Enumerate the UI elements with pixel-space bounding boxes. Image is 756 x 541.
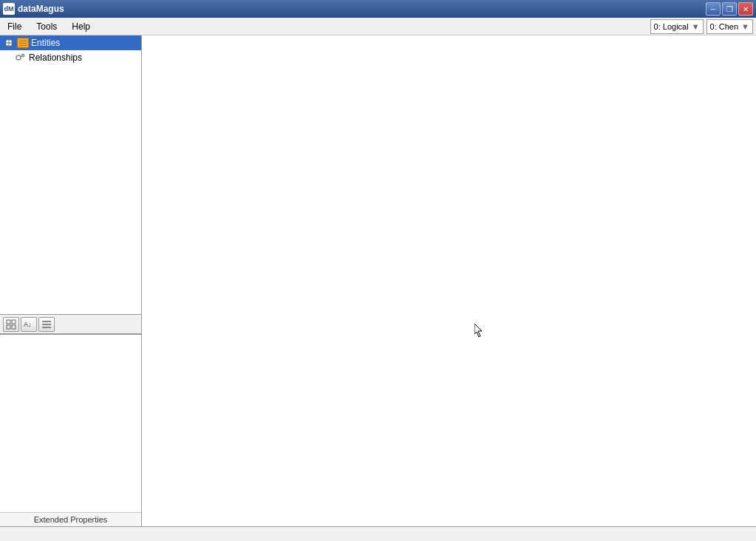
logical-label: 0: Logical: [653, 22, 690, 31]
title-text: dataMagus: [18, 4, 64, 14]
svg-point-3: [16, 55, 21, 60]
restore-button[interactable]: ❐: [722, 2, 737, 16]
minimize-button[interactable]: ─: [706, 2, 721, 16]
chen-arrow-icon: ▼: [740, 22, 751, 31]
svg-rect-8: [7, 325, 10, 329]
menu-bar: File Tools Help 0: Logical ▼ 0: Chen ▼: [0, 18, 756, 35]
relationship-icon: [15, 52, 27, 64]
tree-item-entities[interactable]: Entities: [0, 35, 141, 50]
svg-rect-9: [12, 325, 16, 329]
toolbar-btn-3[interactable]: [38, 317, 55, 332]
logical-dropdown[interactable]: 0: Logical ▼: [650, 19, 704, 34]
app-icon: dM: [3, 3, 15, 15]
toolbar-btn-1[interactable]: [3, 317, 19, 332]
relationships-label: Relationships: [29, 52, 82, 63]
properties-panel: Extended Properties: [0, 334, 141, 526]
title-bar: dM dataMagus ─ ❐ ✕: [0, 0, 756, 18]
entities-icon: [17, 38, 29, 48]
menu-tools[interactable]: Tools: [32, 20, 61, 33]
canvas-area[interactable]: [142, 35, 756, 526]
properties-label: Extended Properties: [0, 512, 141, 526]
main-layout: Entities Relationships: [0, 35, 756, 526]
chen-dropdown[interactable]: 0: Chen ▼: [706, 19, 753, 34]
tree-item-relationships[interactable]: Relationships: [0, 50, 141, 65]
svg-text:A↓: A↓: [24, 321, 32, 328]
mouse-cursor: [474, 324, 483, 337]
status-bar: [0, 526, 756, 541]
toolbar-btn-2[interactable]: A↓: [21, 317, 37, 332]
close-button[interactable]: ✕: [738, 2, 753, 16]
entities-label: Entities: [31, 38, 60, 48]
logical-arrow-icon: ▼: [690, 22, 701, 31]
title-bar-left: dM dataMagus: [3, 3, 64, 15]
menu-file[interactable]: File: [3, 20, 26, 33]
tree-panel[interactable]: Entities Relationships: [0, 35, 141, 315]
bottom-toolbar: A↓: [0, 315, 141, 334]
toolbar-right: 0: Logical ▼ 0: Chen ▼: [650, 19, 753, 34]
left-panel: Entities Relationships: [0, 35, 142, 526]
title-bar-buttons: ─ ❐ ✕: [706, 2, 753, 16]
svg-rect-6: [7, 320, 10, 324]
svg-marker-14: [474, 324, 482, 337]
expand-icon: [3, 37, 15, 49]
chen-label: 0: Chen: [709, 22, 740, 31]
svg-rect-7: [12, 320, 16, 324]
properties-content: [0, 335, 141, 512]
menu-help[interactable]: Help: [67, 20, 95, 33]
